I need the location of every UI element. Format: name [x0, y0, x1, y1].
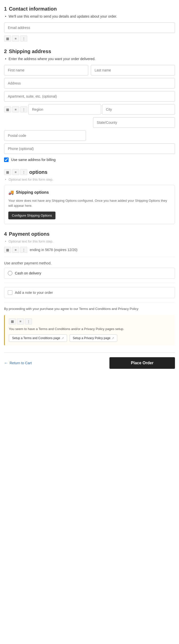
- billing-checkbox-label[interactable]: Use same address for billing: [11, 158, 56, 162]
- warning-toolbar-grid[interactable]: ▦: [9, 318, 16, 325]
- return-arrow-icon: ←: [4, 361, 8, 365]
- shipping-address-bullet: Enter the address where you want your or…: [4, 57, 175, 61]
- add-note-checkbox[interactable]: [8, 290, 12, 295]
- shipping-toolbar-grid[interactable]: ▦: [4, 106, 11, 112]
- configure-shipping-btn[interactable]: Configure Shipping Options: [8, 212, 55, 219]
- contact-toolbar: ▦ ≡ ⋮: [4, 35, 175, 42]
- add-note-label: Add a note to your order: [15, 291, 53, 295]
- setup-privacy-label: Setup a Privacy Policy page: [73, 336, 110, 340]
- setup-privacy-btn[interactable]: Setup a Privacy Policy page ↗: [70, 334, 117, 342]
- shipping-address-number: 2: [4, 49, 7, 54]
- name-row: [4, 65, 175, 75]
- shipping-options-box-title: Shipping options: [16, 190, 49, 195]
- shipping-address-title: 2 Shipping address: [4, 49, 175, 54]
- bottom-bar: ← Return to Cart Place Order: [4, 352, 175, 369]
- payment-toolbar: ▦ ≡ ⋮ ending in 5678 (expires 12/20): [4, 247, 175, 253]
- first-name-input[interactable]: [4, 65, 88, 75]
- payment-title-text: Payment options: [9, 231, 49, 237]
- contact-toolbar-more[interactable]: ⋮: [20, 35, 27, 42]
- return-to-cart-label: Return to Cart: [10, 361, 32, 365]
- payment-section: 4 Payment options Optional text for this…: [4, 231, 175, 345]
- shipping-options-optional: Optional text for this form step.: [4, 178, 175, 181]
- contact-section-number: 1: [4, 6, 7, 12]
- external-link-icon-1: ↗: [62, 337, 64, 340]
- payment-optional: Optional text for this form step.: [4, 239, 175, 243]
- contact-section: 1 Contact information We'll use this ema…: [4, 6, 175, 42]
- payment-section-title: 4 Payment options: [4, 231, 175, 237]
- contact-section-title: 1 Contact information: [4, 6, 175, 12]
- billing-checkbox-row: Use same address for billing: [4, 157, 175, 162]
- setup-terms-btn[interactable]: Setup a Terms and Conditions page ↗: [9, 334, 67, 342]
- warning-toolbar-more[interactable]: ⋮: [25, 318, 32, 325]
- cash-delivery-row: Cash on delivery: [4, 268, 175, 279]
- warning-toolbar: ▦ ≡ ⋮: [9, 318, 171, 325]
- shipping-toolbar-more[interactable]: ⋮: [20, 106, 27, 112]
- shipping-address-section: 2 Shipping address Enter the address whe…: [4, 49, 175, 162]
- shipping-options-toolbar-more[interactable]: ⋮: [20, 169, 27, 175]
- shipping-truck-icon: 🚚: [8, 190, 14, 195]
- shipping-options-title-partial: options: [29, 169, 47, 175]
- address-input[interactable]: [4, 78, 175, 89]
- email-input[interactable]: [4, 22, 175, 33]
- apartment-input[interactable]: [4, 91, 175, 102]
- shipping-options-section: ▦ ≡ ⋮ options Optional text for this for…: [4, 169, 175, 224]
- shipping-options-toolbar-list[interactable]: ≡: [12, 169, 19, 175]
- warning-buttons: Setup a Terms and Conditions page ↗ Setu…: [9, 334, 171, 342]
- warning-box: ▦ ≡ ⋮ You seem to have a Terms and Condi…: [4, 315, 175, 346]
- payment-toolbar-grid[interactable]: ▦: [4, 247, 11, 253]
- billing-checkbox[interactable]: [4, 157, 9, 162]
- external-link-icon-2: ↗: [112, 337, 114, 340]
- payment-toolbar-list[interactable]: ≡: [12, 247, 19, 253]
- payment-section-number: 4: [4, 231, 7, 237]
- terms-text: By proceeding with your purchase you agr…: [4, 306, 175, 311]
- shipping-options-toolbar: ▦ ≡ ⋮ options: [4, 169, 175, 175]
- cash-delivery-radio[interactable]: [8, 271, 12, 275]
- shipping-options-box-desc: Your store does not have any Shipping Op…: [8, 198, 171, 208]
- warning-text: You seem to have a Terms and Conditions …: [9, 327, 171, 332]
- shipping-options-toolbar-grid[interactable]: ▦: [4, 169, 11, 175]
- contact-toolbar-grid[interactable]: ▦: [4, 35, 11, 42]
- shipping-options-box-header: 🚚 Shipping options: [8, 190, 171, 195]
- add-note-row: Add a note to your order: [4, 287, 175, 298]
- setup-terms-label: Setup a Terms and Conditions page: [12, 336, 60, 340]
- payment-card-text: ending in 5678 (expires 12/20): [30, 248, 77, 252]
- state-input[interactable]: [93, 117, 175, 128]
- region-input[interactable]: [28, 104, 101, 115]
- shipping-toolbar-list[interactable]: ≡: [12, 106, 19, 112]
- shipping-address-title-text: Shipping address: [9, 49, 51, 54]
- last-name-input[interactable]: [91, 65, 175, 75]
- contact-toolbar-list[interactable]: ≡: [12, 35, 19, 42]
- shipping-options-box: 🚚 Shipping options Your store does not h…: [4, 185, 175, 224]
- payment-alt-text: Use another payment method.: [4, 261, 175, 265]
- contact-title-text: Contact information: [9, 6, 57, 12]
- place-order-button[interactable]: Place Order: [109, 357, 175, 369]
- phone-input[interactable]: [4, 143, 175, 154]
- contact-bullet: We'll use this email to send you details…: [4, 14, 175, 18]
- shipping-toolbar: ▦ ≡ ⋮: [4, 104, 175, 115]
- postal-input[interactable]: [4, 130, 86, 141]
- return-to-cart-link[interactable]: ← Return to Cart: [4, 361, 32, 365]
- warning-toolbar-list[interactable]: ≡: [17, 318, 24, 325]
- cash-delivery-label[interactable]: Cash on delivery: [15, 271, 41, 275]
- payment-toolbar-more[interactable]: ⋮: [20, 247, 27, 253]
- city-input[interactable]: [102, 104, 175, 115]
